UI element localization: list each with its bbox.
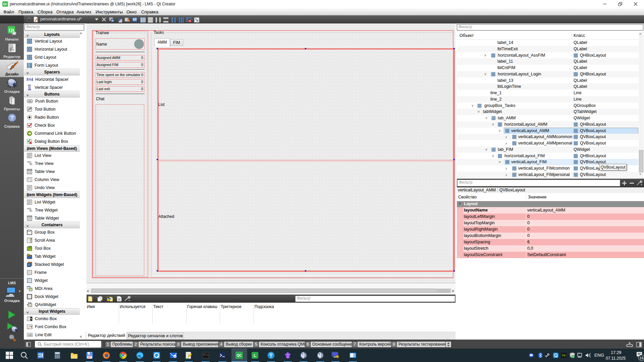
svg-text:b: b [174,355,176,358]
svg-text:C:\_: C:\_ [203,353,209,356]
svg-text:QC: QC [237,354,242,357]
svg-text:AB: AB [28,334,32,337]
svg-text:123: 123 [133,18,137,20]
svg-text:?: ? [10,115,13,121]
svg-text:L: L [254,353,256,358]
svg-text:OK: OK [28,100,32,103]
